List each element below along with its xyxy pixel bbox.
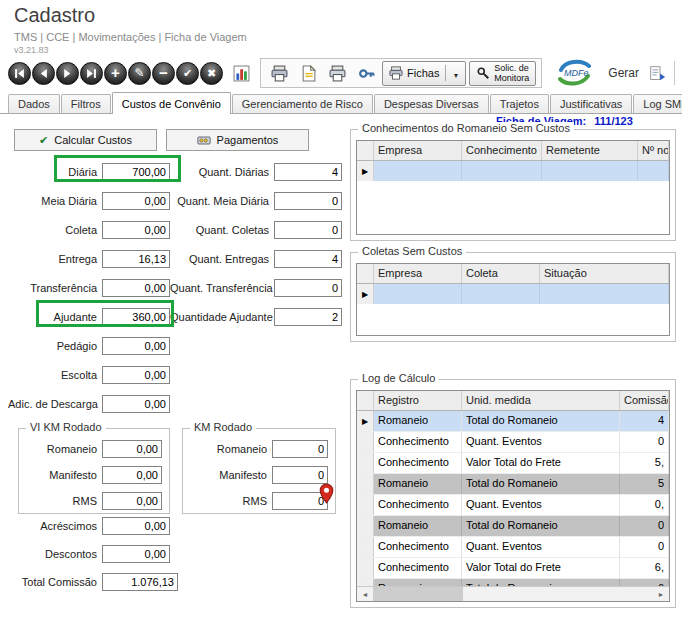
cell-remetente[interactable]	[542, 161, 638, 181]
quant-coletas-input[interactable]	[274, 221, 342, 239]
delete-record-button[interactable]	[152, 62, 175, 85]
log-table-row[interactable]: Romaneio Total do Romaneio 4	[357, 411, 669, 432]
print-setup-button[interactable]	[324, 60, 350, 86]
log-cell-registro[interactable]: Conhecimento	[374, 558, 462, 578]
column-header-unid-medida[interactable]: Unid. medida	[462, 391, 620, 410]
quant-diarias-input[interactable]	[274, 163, 342, 181]
solic-monitora-button[interactable]: Solic. de Monitora	[469, 61, 536, 86]
log-table-row[interactable]: Conhecimento Quant. Eventos 0,	[357, 495, 669, 516]
cell-coleta[interactable]	[462, 284, 540, 304]
vi-rms-input[interactable]	[102, 492, 162, 510]
column-header-conhecimento[interactable]: Conhecimento	[462, 141, 542, 160]
cell-empresa[interactable]	[374, 161, 462, 181]
escolta-input[interactable]	[102, 366, 170, 384]
calcular-custos-button[interactable]: Calcular Custos	[14, 129, 157, 151]
column-header-remetente[interactable]: Remetente	[542, 141, 638, 160]
tab-gerenciamento-de-risco[interactable]: Gerenciamento de Risco	[232, 94, 373, 113]
log-cell-registro[interactable]: Romaneio	[374, 474, 462, 494]
chart-button[interactable]	[228, 60, 254, 86]
scroll-right-button[interactable]	[653, 587, 669, 601]
log-cell-unid[interactable]: Total do Romaneio	[462, 411, 620, 431]
security-key-button[interactable]	[353, 60, 379, 86]
quant-transferencia-input[interactable]	[274, 279, 342, 297]
log-table-row[interactable]: Conhecimento Quant. Eventos 0	[357, 432, 669, 453]
tab-custos-de-convenio[interactable]: Custos de Convênio	[112, 92, 231, 114]
fichas-button[interactable]: Fichas	[382, 61, 466, 86]
coleta-input[interactable]	[102, 221, 170, 239]
log-cell-registro[interactable]: Conhecimento	[374, 537, 462, 557]
tab-filtros[interactable]: Filtros	[61, 94, 111, 113]
descontos-input[interactable]	[102, 545, 170, 563]
log-cell-registro[interactable]: Conhecimento	[374, 495, 462, 515]
meia-diaria-input[interactable]	[102, 192, 170, 210]
log-cell-unid[interactable]: Valor Total do Frete	[462, 558, 620, 578]
column-header-situacao[interactable]: Situação	[540, 264, 669, 283]
first-record-button[interactable]	[8, 62, 31, 85]
scrollbar-thumb[interactable]	[373, 587, 463, 601]
tab-justificativas[interactable]: Justificativas	[550, 94, 632, 113]
column-header-coleta[interactable]: Coleta	[462, 264, 540, 283]
print-button[interactable]	[266, 60, 292, 86]
log-cell-unid[interactable]: Valor Total do Frete	[462, 453, 620, 473]
tab-log-smp[interactable]: Log SMP	[633, 94, 682, 113]
log-table-row[interactable]: Conhecimento Valor Total do Frete 6,	[357, 558, 669, 579]
diaria-input[interactable]	[102, 163, 170, 181]
confirm-button[interactable]	[176, 62, 199, 85]
log-cell-unid[interactable]: Quant. Eventos	[462, 537, 620, 557]
log-cell-comissao[interactable]: 4	[620, 411, 669, 431]
tab-dados[interactable]: Dados	[8, 94, 60, 113]
log-cell-registro[interactable]: Conhecimento	[374, 453, 462, 473]
quantidade-ajudante-input[interactable]	[274, 308, 342, 326]
scrollbar-track[interactable]	[463, 587, 653, 601]
pagamentos-button[interactable]: Pagamentos	[166, 129, 309, 151]
cancel-button[interactable]	[200, 62, 223, 85]
log-cell-unid[interactable]: Quant. Eventos	[462, 432, 620, 452]
transferencia-input[interactable]	[102, 279, 170, 297]
log-cell-comissao[interactable]: 0	[620, 432, 669, 452]
gerar-button[interactable]	[645, 62, 669, 84]
log-table-row[interactable]: Romaneio Total do Romaneio 0	[357, 516, 669, 537]
log-cell-comissao[interactable]: 0	[620, 516, 669, 536]
column-header-comissao[interactable]: Comissão	[620, 391, 669, 410]
tab-despesas-diversas[interactable]: Despesas Diversas	[374, 94, 489, 113]
vi-romaneio-input[interactable]	[102, 440, 162, 458]
log-table-row[interactable]: Conhecimento Quant. Eventos 0	[357, 537, 669, 558]
scroll-left-button[interactable]	[357, 587, 373, 601]
log-cell-registro[interactable]: Romaneio	[374, 411, 462, 431]
tab-trajetos[interactable]: Trajetos	[490, 94, 549, 113]
next-record-button[interactable]	[56, 62, 79, 85]
vi-manifesto-input[interactable]	[102, 466, 162, 484]
log-cell-unid[interactable]: Quant. Eventos	[462, 495, 620, 515]
last-record-button[interactable]	[80, 62, 103, 85]
acrescimos-input[interactable]	[102, 517, 170, 535]
total-comissao-input[interactable]	[102, 573, 178, 591]
edit-record-button[interactable]	[128, 62, 151, 85]
quant-meia-diaria-input[interactable]	[274, 192, 342, 210]
add-record-button[interactable]	[104, 62, 127, 85]
log-cell-unid[interactable]: Total do Romaneio	[462, 579, 620, 586]
log-cell-unid[interactable]: Total do Romaneio	[462, 474, 620, 494]
km-romaneio-input[interactable]	[272, 440, 328, 458]
quant-entregas-input[interactable]	[274, 250, 342, 268]
adic-descarga-input[interactable]	[102, 395, 170, 413]
cell-conhecimento[interactable]	[462, 161, 542, 181]
previous-record-button[interactable]	[32, 62, 55, 85]
log-cell-unid[interactable]: Total do Romaneio	[462, 516, 620, 536]
log-cell-comissao[interactable]: 5	[620, 474, 669, 494]
cell-empresa[interactable]	[374, 284, 462, 304]
log-cell-registro[interactable]: Romaneio	[374, 516, 462, 536]
log-cell-comissao[interactable]: 6,	[620, 558, 669, 578]
log-table-row[interactable]: Romaneio Total do Romaneio 5	[357, 474, 669, 495]
log-cell-registro[interactable]: Romaneio	[374, 579, 462, 586]
log-cell-registro[interactable]: Conhecimento	[374, 432, 462, 452]
log-table-row[interactable]: Romaneio Total do Romaneio 6	[357, 579, 669, 586]
log-cell-comissao[interactable]: 6	[620, 579, 669, 586]
map-pin-button[interactable]	[318, 483, 335, 504]
pedagio-input[interactable]	[102, 337, 170, 355]
column-header-registro[interactable]: Registro	[374, 391, 462, 410]
table-row[interactable]	[357, 161, 669, 181]
table-row[interactable]	[357, 284, 669, 304]
entrega-input[interactable]	[102, 250, 170, 268]
cell-situacao[interactable]	[540, 284, 669, 304]
ajudante-input[interactable]	[102, 308, 170, 326]
